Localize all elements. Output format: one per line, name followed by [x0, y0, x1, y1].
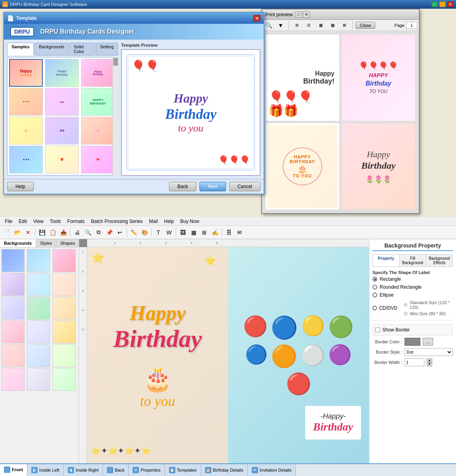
- tb-copy[interactable]: ⧉: [93, 227, 104, 238]
- bottom-tab-invitation[interactable]: ✉ Invitation Details: [248, 464, 296, 476]
- border-color-picker-btn[interactable]: …: [423, 338, 433, 346]
- print-view1-btn[interactable]: ⊞: [292, 20, 302, 30]
- tb-pen[interactable]: ✏️: [129, 227, 139, 238]
- print-close-button[interactable]: Close: [355, 22, 375, 29]
- bottom-tab-back[interactable]: □ Back: [103, 464, 129, 476]
- print-restore-btn[interactable]: □: [295, 11, 302, 18]
- close-app-btn[interactable]: ✕: [447, 2, 454, 7]
- tb-new[interactable]: 📄: [2, 227, 12, 238]
- rectangle-radio[interactable]: [372, 277, 377, 282]
- print-close-btn[interactable]: ✕: [303, 11, 310, 18]
- spinner-up-btn[interactable]: ▲: [427, 358, 432, 362]
- bg-item-13[interactable]: [2, 344, 25, 367]
- menu-buy[interactable]: Buy Now: [177, 218, 202, 225]
- shape-rectangle[interactable]: Rectangle: [372, 276, 453, 282]
- tb-text[interactable]: T: [153, 227, 163, 238]
- bg-item-8[interactable]: [27, 297, 50, 320]
- show-border-checkbox[interactable]: [375, 327, 380, 332]
- border-color-swatch[interactable]: [405, 338, 420, 346]
- bg-item-12[interactable]: [53, 320, 76, 343]
- bg-item-16[interactable]: [2, 368, 25, 391]
- print-page-input[interactable]: [406, 22, 417, 29]
- next-button[interactable]: Next: [200, 182, 226, 191]
- bg-item-14[interactable]: [27, 344, 50, 367]
- tb-paste[interactable]: 📌: [104, 227, 114, 238]
- tb-open[interactable]: 📂: [12, 227, 23, 238]
- standard-size-option[interactable]: Standard Size (120 * 120): [404, 300, 453, 310]
- tb-undo[interactable]: ↩: [115, 227, 125, 238]
- bg-item-6[interactable]: [53, 273, 76, 296]
- bottom-tab-inside-right[interactable]: ◨ Inside Right: [64, 464, 103, 476]
- template-item-1[interactable]: Happy Birthday: [9, 59, 43, 87]
- bottom-tab-front[interactable]: □ Front: [0, 464, 27, 476]
- panel-tab-backgrounds[interactable]: Backgrounds: [0, 239, 36, 247]
- bg-item-9[interactable]: [53, 297, 76, 320]
- tb-delete[interactable]: ✕: [23, 227, 33, 238]
- bottom-tab-inside-left[interactable]: ◧ Inside Left: [27, 464, 64, 476]
- bg-item-1[interactable]: [2, 249, 25, 272]
- bg-item-5[interactable]: [27, 273, 50, 296]
- menu-mail[interactable]: Mail: [146, 218, 161, 225]
- tab-backgrounds[interactable]: Backgrounds: [34, 43, 68, 55]
- template-item-8[interactable]: ✿✿: [45, 117, 79, 145]
- tab-setting[interactable]: Setting: [96, 43, 118, 55]
- template-item-9[interactable]: 🌸: [81, 117, 115, 145]
- menu-view[interactable]: View: [30, 218, 47, 225]
- tb-wordart[interactable]: W: [164, 227, 174, 238]
- bg-item-15[interactable]: [53, 344, 76, 367]
- minimize-btn[interactable]: ─: [431, 2, 438, 7]
- back-button[interactable]: Back: [169, 182, 196, 191]
- cancel-button[interactable]: Cancel: [229, 182, 260, 191]
- tab-solid-color[interactable]: Solid Color: [69, 43, 95, 55]
- print-view3-btn[interactable]: ▦: [315, 20, 326, 30]
- bg-item-3[interactable]: [53, 249, 76, 272]
- template-item-2[interactable]: HappyBirthday: [45, 59, 79, 87]
- spinner-down-btn[interactable]: ▼: [427, 362, 432, 366]
- tb-save[interactable]: 💾: [37, 227, 47, 238]
- print-zoom-btn[interactable]: 🔍: [264, 20, 274, 30]
- bg-item-2[interactable]: [27, 249, 50, 272]
- template-item-11[interactable]: 🎁: [45, 146, 79, 173]
- mini-radio[interactable]: [404, 312, 408, 316]
- ellipse-radio[interactable]: [372, 293, 377, 297]
- prop-tab-fill[interactable]: Fill Background: [399, 255, 426, 267]
- template-scrollbar[interactable]: [112, 57, 118, 175]
- border-style-select[interactable]: Dot Solid Dash DashDot DashDotDot: [405, 348, 453, 356]
- template-item-5[interactable]: ♦♦♦: [45, 88, 79, 116]
- tb-signature[interactable]: ✍: [210, 227, 220, 238]
- menu-file[interactable]: File: [2, 218, 15, 225]
- tb-saveas[interactable]: 📋: [48, 227, 58, 238]
- template-item-12[interactable]: 🎀: [81, 146, 115, 173]
- bottom-tab-properties[interactable]: ⚙ Properties: [129, 464, 165, 476]
- shape-cddvd[interactable]: CD/DVD Standard Size (120 * 120) Mini Si…: [372, 300, 453, 316]
- tb-mail[interactable]: ✉: [234, 227, 245, 238]
- panel-tab-shapes[interactable]: Shapes: [56, 239, 79, 247]
- tb-printpre[interactable]: 🔍: [83, 227, 93, 238]
- menu-edit[interactable]: Edit: [15, 218, 30, 225]
- print-view2-btn[interactable]: ⊟: [304, 20, 314, 30]
- template-close-btn[interactable]: ✕: [253, 15, 260, 21]
- menu-tools[interactable]: Tools: [47, 218, 64, 225]
- tb-db[interactable]: 🗄: [224, 227, 234, 238]
- bottom-tab-birthday[interactable]: 🎂 Birthday Details: [201, 464, 248, 476]
- menu-batch[interactable]: Batch Processing Series: [88, 218, 146, 225]
- panel-tab-styles[interactable]: Styles: [36, 239, 56, 247]
- print-view4-btn[interactable]: ▩: [327, 20, 338, 30]
- tb-barcode[interactable]: ▦: [188, 227, 199, 238]
- bg-item-18[interactable]: [53, 368, 76, 391]
- template-item-10[interactable]: ★★★: [9, 146, 43, 173]
- cddvd-radio[interactable]: [372, 306, 377, 310]
- bottom-tab-templates[interactable]: 📋 Templates: [165, 464, 201, 476]
- print-dropdown-btn[interactable]: ▼: [276, 20, 286, 30]
- standard-radio[interactable]: [404, 303, 407, 307]
- tb-qr[interactable]: ⊞: [199, 227, 209, 238]
- shape-ellipse[interactable]: Ellipse: [372, 292, 453, 298]
- bg-item-11[interactable]: [27, 320, 50, 343]
- prop-tab-property[interactable]: Property: [373, 255, 399, 267]
- prop-tab-effects[interactable]: Background Effects: [426, 255, 452, 267]
- template-item-4[interactable]: ✦✦✦: [9, 88, 43, 116]
- rounded-rect-radio[interactable]: [372, 285, 377, 289]
- menu-formats[interactable]: Formats: [64, 218, 88, 225]
- mini-size-option[interactable]: Mini Size (80 * 80): [404, 311, 453, 316]
- tb-print[interactable]: 🖨: [72, 227, 82, 238]
